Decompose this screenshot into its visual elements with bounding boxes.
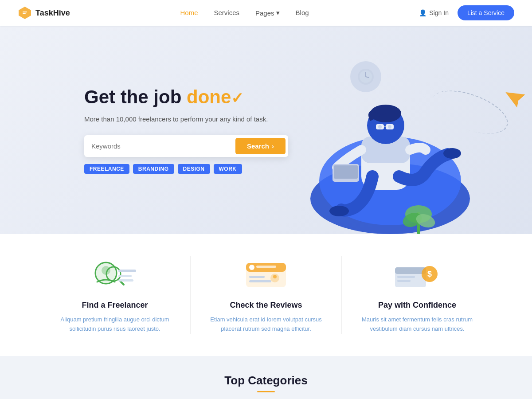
svg-rect-39 (249, 276, 265, 278)
list-service-button[interactable]: List a Service (458, 5, 514, 20)
tag-freelance[interactable]: FREELANCE (84, 164, 129, 174)
svg-marker-7 (505, 88, 527, 110)
svg-point-20 (378, 125, 382, 129)
pay-confidence-icon: $ (391, 256, 444, 292)
paper-plane-icon (503, 86, 530, 115)
nav-links: Home Services Pages ▾ Blog (180, 9, 309, 17)
logo[interactable]: TaskHive (18, 6, 70, 20)
svg-rect-40 (249, 280, 271, 282)
nav-actions: 👤 Sign In List a Service (419, 5, 514, 20)
feature-pay-title: Pay with Confidence (360, 301, 475, 310)
feature-reviews-desc: Etiam vehicula erat id lorem volutpat cu… (208, 315, 324, 334)
svg-point-21 (388, 125, 391, 129)
hero-content: Get the job done✓ More than 10,000 freel… (84, 86, 288, 174)
svg-rect-38 (256, 266, 276, 268)
hero-subtitle: More than 10,000 freelancers to perform … (84, 115, 288, 123)
svg-marker-0 (19, 7, 31, 19)
feature-check-reviews: Check the Reviews Etiam vehicula erat id… (191, 256, 341, 334)
nav-item-blog[interactable]: Blog (296, 9, 309, 17)
navbar: TaskHive Home Services Pages ▾ Blog 👤 Si… (0, 0, 532, 26)
feature-pay-desc: Mauris sit amet fermentum felis cras rut… (360, 315, 475, 334)
svg-rect-2 (23, 13, 26, 14)
feature-pay-confidence: $ Pay with Confidence Mauris sit amet fe… (342, 256, 493, 334)
svg-rect-23 (334, 165, 358, 179)
tags-container: FREELANCE BRANDING DESIGN WORK (84, 164, 288, 174)
svg-point-42 (273, 275, 277, 278)
tag-work[interactable]: WORK (214, 164, 242, 174)
categories-underline (257, 391, 275, 392)
svg-rect-44 (395, 267, 426, 274)
top-categories-title: Top Categories (18, 374, 514, 387)
feature-find-title: Find a Freelancer (57, 301, 172, 310)
search-input[interactable] (91, 142, 235, 150)
user-icon: 👤 (419, 9, 426, 16)
nav-item-services[interactable]: Services (214, 9, 239, 17)
top-categories-section: Top Categories Design Marketing Developm… (0, 356, 532, 399)
check-reviews-icon (239, 256, 293, 292)
feature-find-desc: Aliquam pretium fringilla augue orci dic… (57, 315, 172, 334)
hero-illustration (293, 48, 488, 234)
feature-reviews-title: Check the Reviews (208, 301, 324, 310)
arrow-right-icon: › (272, 142, 274, 150)
nav-item-pages[interactable]: Pages ▾ (255, 9, 280, 17)
find-freelancer-icon (88, 256, 141, 292)
feature-find-freelancer: Find a Freelancer Aliquam pretium fringi… (39, 256, 190, 334)
svg-rect-45 (397, 276, 415, 278)
hero-section: Get the job done✓ More than 10,000 freel… (0, 26, 532, 234)
logo-icon (18, 6, 32, 20)
nav-item-home[interactable]: Home (180, 9, 198, 17)
sign-in-button[interactable]: 👤 Sign In (419, 9, 449, 16)
svg-point-13 (329, 206, 349, 216)
svg-text:$: $ (427, 270, 432, 278)
tag-branding[interactable]: BRANDING (133, 164, 174, 174)
svg-rect-33 (118, 275, 132, 277)
search-bar: Search › (84, 135, 288, 157)
svg-rect-32 (118, 270, 136, 272)
search-button[interactable]: Search › (235, 138, 286, 154)
svg-rect-46 (397, 280, 411, 282)
svg-rect-34 (118, 279, 133, 282)
chevron-down-icon: ▾ (276, 9, 280, 17)
svg-rect-1 (23, 12, 27, 12)
tag-design[interactable]: DESIGN (178, 164, 210, 174)
hero-title: Get the job done✓ (84, 86, 288, 108)
svg-point-14 (443, 148, 461, 159)
svg-point-37 (249, 265, 254, 270)
features-section: Find a Freelancer Aliquam pretium fringi… (0, 234, 532, 356)
